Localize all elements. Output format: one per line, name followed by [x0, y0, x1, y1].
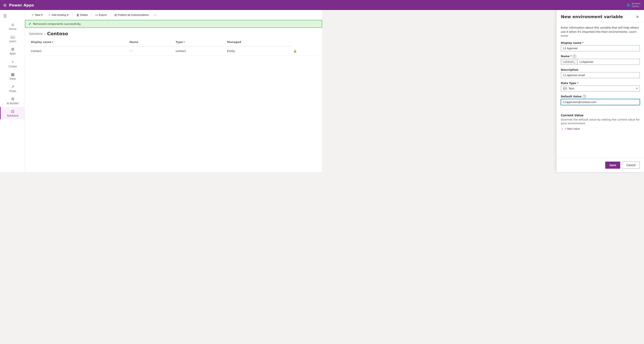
col-name[interactable]: Name — [128, 38, 174, 46]
cell-name: contact — [174, 46, 226, 56]
sidebar-item-label: Apps — [10, 52, 16, 55]
breadcrumb-solutions-link[interactable]: Solutions — [29, 32, 42, 36]
publish-icon: ⊞ — [114, 13, 117, 17]
sidebar-item-learn[interactable]: 📖 Learn — [0, 32, 25, 45]
export-icon: ↦ — [96, 13, 98, 17]
cell-type: Entity — [226, 46, 292, 56]
home-icon: ⌂ — [12, 22, 14, 27]
sidebar-item-label: Solutions — [7, 114, 18, 117]
toolbar-separator — [72, 12, 72, 18]
add-existing-chevron-icon: ▾ — [67, 13, 68, 16]
main-content: ＋ New ▾ ＋ Add existing ▾ 🗑 Delete ↦ Expo… — [25, 10, 322, 172]
new-button[interactable]: ＋ New ▾ — [29, 12, 45, 18]
hamburger-menu[interactable]: ☰ — [0, 12, 25, 20]
sidebar-item-label: Data — [10, 77, 16, 80]
breadcrumb-current: Contoso — [47, 31, 68, 36]
solutions-table: Display name ▾ Name Type ▾ — [29, 38, 318, 56]
toolbar-separator-3 — [110, 12, 111, 18]
solutions-icon: ⊡ — [11, 109, 14, 114]
sidebar-item-label: Home — [9, 28, 16, 30]
col-display-name[interactable]: Display name ▾ — [29, 38, 128, 46]
delete-button[interactable]: 🗑 Delete — [74, 12, 90, 18]
success-check-icon: ✔ — [28, 22, 31, 26]
col-managed: Managed — [226, 38, 292, 46]
app-title: Power Apps — [9, 3, 34, 7]
display-name-sort-icon: ▾ — [52, 41, 54, 43]
add-existing-plus-icon: ＋ — [48, 13, 51, 17]
sidebar-item-data[interactable]: ▦ Data — [0, 70, 25, 82]
breadcrumb-area: Solutions › Contoso — [25, 28, 322, 38]
sidebar-item-flows[interactable]: ↗ Flows — [0, 82, 25, 95]
type-sort-icon: ▾ — [184, 41, 185, 43]
success-banner: ✔ Removed components successfully. — [25, 20, 322, 28]
success-message: Removed components successfully. — [33, 22, 81, 26]
ai-builder-icon: ⚙ — [11, 97, 14, 101]
breadcrumb: Solutions › Contoso — [29, 31, 318, 36]
sidebar-item-ai-builder[interactable]: ⚙ AI Builder — [0, 95, 25, 107]
cell-display-name: Contact — [29, 46, 128, 56]
top-bar: ⊞ Power Apps 🌐 Environ Conto... — [0, 0, 322, 10]
delete-icon: 🗑 — [76, 13, 79, 17]
cell-dots[interactable]: ··· — [128, 46, 174, 56]
table-row[interactable]: Contact ··· contact Entity 🔒 — [29, 46, 318, 56]
row-more-options[interactable]: ··· — [130, 49, 133, 53]
sidebar-item-label: Create — [8, 65, 17, 68]
breadcrumb-separator: › — [44, 32, 46, 36]
more-options-button[interactable]: ··· — [152, 12, 158, 18]
sidebar-item-label: Learn — [9, 40, 16, 43]
flows-icon: ↗ — [11, 84, 14, 89]
sidebar: ☰ ⌂ Home 📖 Learn ⊞ Apps ＋ Create ▦ Data … — [0, 10, 25, 172]
sidebar-item-create[interactable]: ＋ Create — [0, 57, 25, 70]
sidebar-item-home[interactable]: ⌂ Home — [0, 20, 25, 32]
create-icon: ＋ — [11, 59, 14, 64]
lock-icon: 🔒 — [293, 49, 297, 52]
apps-icon: ⊞ — [11, 47, 14, 51]
col-type[interactable]: Type ▾ — [174, 38, 226, 46]
sidebar-item-label: AI Builder — [7, 102, 19, 105]
add-existing-button[interactable]: ＋ Add existing ▾ — [46, 12, 71, 18]
new-plus-icon: ＋ — [31, 13, 34, 17]
learn-icon: 📖 — [10, 34, 15, 39]
waffle-icon[interactable]: ⊞ — [3, 3, 6, 7]
sidebar-item-solutions[interactable]: ⊡ Solutions — [0, 107, 25, 119]
new-chevron-icon: ▾ — [41, 13, 43, 16]
toolbar: ＋ New ▾ ＋ Add existing ▾ 🗑 Delete ↦ Expo… — [25, 10, 322, 20]
toolbar-separator-2 — [92, 12, 92, 18]
export-button[interactable]: ↦ Export — [93, 12, 109, 18]
data-icon: ▦ — [11, 72, 14, 76]
table-area: Display name ▾ Name Type ▾ — [25, 38, 322, 172]
publish-button[interactable]: ⊞ Publish all customizations — [112, 12, 151, 18]
sidebar-item-apps[interactable]: ⊞ Apps — [0, 45, 25, 57]
sidebar-item-label: Flows — [9, 90, 16, 92]
cell-managed: 🔒 — [292, 46, 318, 56]
